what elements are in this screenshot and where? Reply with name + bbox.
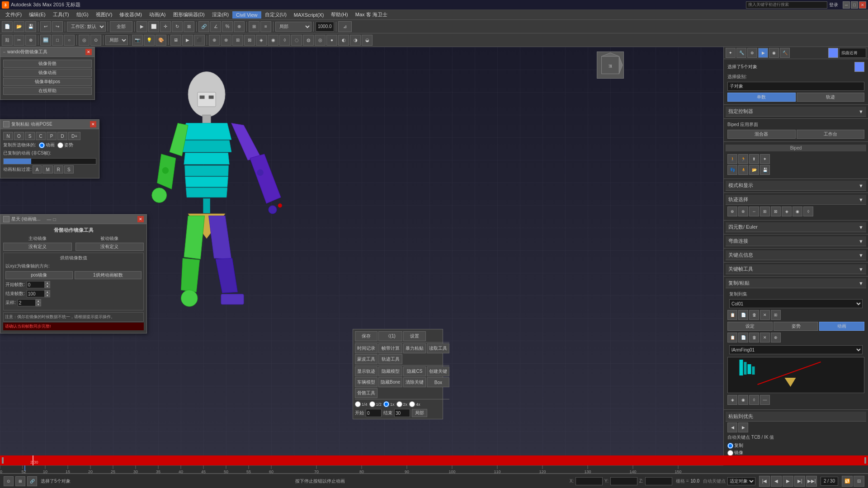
tb-extra6[interactable]: ◉ (268, 35, 278, 46)
tb-camera-view[interactable]: 📷 (132, 35, 143, 46)
tb-undo[interactable]: ↩ (40, 21, 51, 32)
menu-customize[interactable]: 自定义(U) (261, 10, 290, 19)
tb-angle-snap[interactable]: ∠ (210, 21, 221, 32)
tb-isolate[interactable]: ◎ (79, 35, 90, 46)
tb-select[interactable]: ▶ (137, 21, 147, 32)
pt-skin-tool-btn[interactable]: 蒙皮工具 (355, 354, 377, 364)
minimize-button[interactable]: ─ (843, 1, 850, 9)
camera-sub-nodef-btn[interactable]: 没有定义 (75, 243, 144, 251)
curve-header[interactable]: 弯曲连接 ▼ (726, 236, 866, 246)
selection-color[interactable] (854, 62, 864, 72)
tb-extra8[interactable]: ◌ (291, 35, 302, 46)
biped-icon-walk[interactable]: 🚶 (727, 154, 737, 164)
tb-link[interactable]: ⛓ (2, 35, 13, 46)
tb-named-select[interactable]: ⊿ (338, 21, 352, 32)
wando-mirror-anim-btn[interactable]: 镜像动画 (3, 69, 92, 77)
graph-ico3[interactable]: ◊ (749, 395, 759, 405)
biped-icon-save[interactable]: 💾 (760, 165, 770, 175)
status-select-icon[interactable]: ⊙ (4, 476, 14, 486)
pt-bone-tool-btn[interactable]: 骨骼工具 (355, 388, 377, 398)
menu-graph-editor[interactable]: 图形编辑器(D) (170, 10, 208, 19)
menu-civil-view[interactable]: Civil View (232, 11, 261, 19)
bake-pos-btn[interactable]: pos镜像 (5, 271, 73, 279)
tb-render-frame[interactable]: ⬛ (194, 35, 205, 46)
tb-extra3[interactable]: ⊞ (232, 35, 243, 46)
pt-delete-frame-btn[interactable]: 清除关键 (403, 377, 426, 387)
color-swatch[interactable] (828, 48, 838, 58)
pt-half-radio[interactable] (369, 401, 375, 407)
cp-btn-c[interactable]: C (36, 132, 46, 140)
graph-ico1[interactable]: ◈ (727, 395, 737, 405)
biped-icon-footstep[interactable]: 👣 (727, 165, 737, 175)
extra-playback[interactable]: 🔁 ⊟ (842, 476, 864, 487)
maximize-button[interactable]: □ (851, 1, 858, 9)
workbench-btn[interactable]: 工作台 (797, 130, 865, 139)
arm-select[interactable]: lArmFing01 (729, 345, 863, 354)
coll-select[interactable]: Col01 (729, 299, 863, 308)
mirror-radio[interactable] (727, 450, 733, 456)
timeline-frames-container[interactable]: 2/30 (5, 455, 863, 465)
nav-prev-icon[interactable]: ◀ (727, 422, 737, 432)
tb-extra13[interactable]: ◑ (350, 35, 361, 46)
biped-icon-figure[interactable]: 🧍 (738, 165, 748, 175)
rt-icon-hierarchy[interactable]: ⊕ (747, 48, 757, 58)
titlebar-controls[interactable]: 搜入关键字初进行搜索 登录 ─ □ ✕ (746, 1, 866, 9)
tb-extra12[interactable]: ◐ (338, 35, 349, 46)
tb-light[interactable]: 💡 (144, 35, 155, 46)
play-beginning-btn[interactable]: |◀ (759, 476, 770, 487)
tb-extra1[interactable]: ⊕ (209, 35, 220, 46)
cp-ico7[interactable]: 📄 (738, 333, 748, 343)
tb-scale[interactable]: ⊠ (184, 21, 194, 32)
tb-new[interactable]: 📄 (2, 21, 13, 32)
rt-icon-motion[interactable]: ▶ (758, 48, 768, 58)
tb-select-by-name[interactable]: 🔤 (40, 35, 51, 46)
cp-ico8[interactable]: 🗑 (749, 333, 759, 343)
pt-4x-radio[interactable] (409, 401, 415, 407)
sample-up-arrow[interactable]: ▲ (36, 299, 41, 303)
paste-info-header[interactable]: 粘贴到优先 (726, 412, 866, 422)
pt-frame-calc-btn[interactable]: 帧带计算 (378, 343, 402, 353)
wando-mirror-bone-btn[interactable]: 镜像骨骼 (3, 60, 92, 68)
close-button[interactable]: ✕ (859, 1, 866, 9)
mode-header[interactable]: 模式和显示 ▼ (726, 181, 866, 191)
tb-extra10[interactable]: ◎ (315, 35, 326, 46)
cp-setup-btn[interactable]: 设定 (727, 322, 773, 331)
tb-workspace-select[interactable]: 工作区: 默认 (67, 22, 106, 32)
cp-anim2-btn[interactable]: 动画 (819, 322, 864, 331)
controller-header[interactable]: 指定控制器 ▼ (726, 107, 866, 117)
tb-bind-space[interactable]: ⊗ (25, 35, 36, 46)
ts-icon1[interactable]: ⊕ (727, 206, 737, 216)
cp-ico6[interactable]: 📋 (727, 333, 737, 343)
camera-tool-header[interactable]: 星天 (动画镜... — □ ✕ (0, 215, 146, 224)
ts-icon2[interactable]: ⊗ (738, 206, 748, 216)
end-down-arrow[interactable]: ▼ (45, 294, 50, 297)
rt-icon-create[interactable]: ✦ (726, 48, 736, 58)
pt-settings-btn[interactable]: 设置 (403, 331, 426, 341)
wando-help-btn[interactable]: 在线帮助 (3, 87, 92, 95)
rt-icon-utilities[interactable]: 🔨 (780, 48, 790, 58)
menu-file[interactable]: 文件(F) (2, 10, 25, 19)
track-btn[interactable]: 轨迹 (797, 93, 865, 102)
pt-read-tool-btn[interactable]: 读取工具 (427, 343, 449, 353)
menu-max-guard[interactable]: Max 客 海卫士 (352, 10, 391, 19)
play-next-btn[interactable]: ▶| (794, 476, 805, 487)
tb-percent-snap[interactable]: % (222, 21, 233, 32)
menu-view[interactable]: 视图(V) (92, 10, 116, 19)
wando-mirror-pos-btn[interactable]: 镜像单帧pos (3, 78, 92, 86)
cp-btn-d[interactable]: D (57, 132, 67, 140)
nav-next-icon[interactable]: ▶ (738, 422, 748, 432)
pt-save-btn[interactable]: 保存 (355, 331, 377, 341)
tb-render[interactable]: ▶ (182, 35, 193, 46)
bake-rot-btn[interactable]: 1烘烤动画帧数 (75, 271, 142, 279)
tb-rotate[interactable]: ↻ (172, 21, 183, 32)
biped-icon-run[interactable]: 🏃 (738, 154, 748, 164)
pt-build-frame-btn[interactable]: 创建关键 (427, 366, 449, 376)
pt-2x-radio[interactable] (396, 401, 402, 407)
pt-1x-radio[interactable] (383, 401, 389, 407)
pt-quarter-radio[interactable] (355, 401, 361, 407)
cp-ico1[interactable]: 📋 (727, 310, 737, 320)
play-btn[interactable]: ▶ (783, 476, 793, 487)
graph-ico4[interactable]: — (760, 395, 770, 405)
play-prev-btn[interactable]: ◀ (771, 476, 782, 487)
menu-group[interactable]: 组(G) (73, 10, 92, 19)
